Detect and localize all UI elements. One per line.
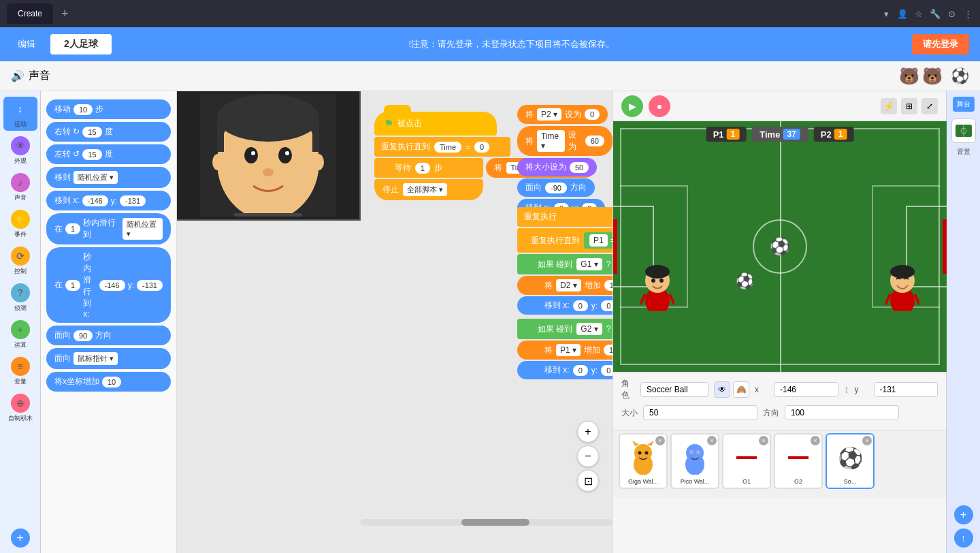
p1-cond-dropdown[interactable]: P1	[589, 234, 608, 247]
size-dir-row: 大小 方向	[621, 405, 938, 420]
zoom-in-button[interactable]: +	[577, 421, 599, 443]
sprite-g2[interactable]: × G2	[774, 433, 823, 489]
hide-button[interactable]: 🙈	[733, 381, 749, 398]
size-val: 50	[570, 162, 589, 173]
menu-icon[interactable]: ⋮	[962, 8, 973, 19]
project-name-tab[interactable]: 2人足球	[50, 34, 112, 54]
sidebar-item-sound[interactable]: ♪ 声音	[3, 170, 37, 204]
sprite-pico[interactable]: × Pico Wal...	[670, 433, 719, 489]
dir-input[interactable]	[785, 405, 899, 420]
sprite-giga[interactable]: × Giga Wal...	[619, 433, 668, 489]
x-input[interactable]	[774, 382, 838, 397]
extension-icon[interactable]: 🔧	[930, 8, 941, 19]
goto-y2-val: 0	[601, 300, 612, 311]
hat-block-1[interactable]: ⚑ 被点击	[374, 112, 497, 136]
sprite-pico-delete[interactable]: ×	[707, 436, 717, 445]
repeat-block-1[interactable]: 重复执行直到 Time = 0	[374, 137, 510, 157]
star-icon[interactable]: ☆	[913, 8, 924, 19]
face-mouse-dropdown[interactable]: 鼠标指针 ▾	[74, 352, 118, 365]
block-glide-xy[interactable]: 在 1 秒内滑行到 x: -146 y: -131	[46, 247, 171, 323]
d2-dropdown[interactable]: D2 ▾	[556, 279, 581, 291]
ops-icon: +	[11, 320, 30, 339]
sprite-g1-delete[interactable]: ×	[759, 436, 768, 445]
goto-random-dropdown[interactable]: 随机位置 ▾	[74, 171, 118, 184]
set-time-block2[interactable]: 将 Time ▾ 设为 60	[517, 126, 612, 156]
window-controls: ⚡ ⊞ ⤢	[881, 98, 938, 114]
if-g1-block[interactable]: 如果 碰到 G1 ▾ ? 7 那么	[517, 254, 612, 274]
zoom-fit-button[interactable]: ⊡	[577, 470, 599, 492]
sprite-giga-delete[interactable]: ×	[655, 436, 665, 445]
block-set-x[interactable]: 将x坐标增加 10	[46, 372, 171, 392]
inc-d2-block[interactable]: 将 D2 ▾ 增加 1	[517, 276, 612, 295]
size-input[interactable]	[643, 405, 757, 420]
zoom-out-button[interactable]: −	[577, 445, 599, 467]
show-button[interactable]: 👁	[714, 381, 730, 398]
play-button[interactable]: ▶	[621, 95, 643, 117]
g2-dropdown[interactable]: G2 ▾	[576, 323, 602, 335]
sidebar-item-sensing[interactable]: ? 侦测	[3, 281, 37, 315]
sprite-g2-delete[interactable]: ×	[811, 436, 820, 445]
variables-label: 变量	[14, 377, 27, 386]
block-face-mouse[interactable]: 面向 鼠标指针 ▾	[46, 348, 171, 369]
stop-block[interactable]: 停止 全部脚本 ▾	[374, 179, 483, 200]
sidebar-item-looks[interactable]: 👁 外观	[3, 133, 37, 168]
webcam-feed	[177, 91, 359, 219]
sidebar-item-motion[interactable]: ↕ 运动	[3, 97, 37, 131]
block-goto-random[interactable]: 移到 随机位置 ▾	[46, 167, 171, 188]
field-view-btn[interactable]	[951, 118, 976, 143]
p1-dropdown[interactable]: P1 ▾	[556, 344, 581, 356]
block-move[interactable]: 移动 10 步	[46, 99, 171, 119]
stop-dropdown[interactable]: 全部脚本 ▾	[403, 183, 447, 196]
sidebar-item-custom[interactable]: ⊕ 自制积木	[3, 391, 37, 425]
block-turn-right[interactable]: 右转 ↻ 15 度	[46, 122, 171, 142]
goto-xy-block3[interactable]: 移到 x: 0 y: 0	[517, 361, 612, 379]
login-button[interactable]: 请先登录	[912, 34, 969, 54]
browser-tab-active[interactable]: Create	[7, 3, 53, 24]
set-p2-block[interactable]: 将 P2 ▾ 设为 0	[517, 105, 608, 124]
sidebar-item-events[interactable]: ⚡ 事件	[3, 207, 37, 241]
repeat-block-main[interactable]: 重复执行	[517, 207, 612, 227]
fullscreen-icon[interactable]: ⤢	[921, 98, 938, 114]
if-g2-block[interactable]: 如果 碰到 G2 ▾ ? 7 那么	[517, 319, 612, 339]
new-tab-button[interactable]: +	[57, 7, 73, 21]
set-size-block[interactable]: 将大小设为 50	[517, 158, 597, 176]
glide-random-dropdown[interactable]: 随机位置 ▾	[122, 218, 163, 240]
user-icon[interactable]: 👤	[897, 8, 908, 19]
backdrop-label: 背景	[957, 147, 970, 157]
inc-p1-block[interactable]: 将 P1 ▾ 增加 1	[517, 341, 612, 360]
profile-icon[interactable]: ⊙	[946, 8, 957, 19]
sidebar-item-ops[interactable]: + 运算	[3, 317, 37, 351]
edit-button[interactable]: 编辑	[11, 35, 42, 53]
expand-icon[interactable]: ⊞	[901, 98, 917, 114]
svg-point-6	[278, 147, 292, 163]
sidebar-item-control[interactable]: ⟳ 控制	[3, 244, 37, 278]
set-x-val: 10	[102, 377, 121, 388]
g1-dropdown[interactable]: G1 ▾	[576, 258, 602, 270]
block-turn-left[interactable]: 左转 ↺ 15 度	[46, 144, 171, 164]
until-block[interactable]: 重复执行直到 P1 = 5 且 P2 = 5	[517, 228, 612, 253]
glide-xy-y: -131	[137, 280, 163, 291]
sprite-ball-delete[interactable]: ×	[862, 436, 872, 445]
block-face-dir[interactable]: 面向 90 方向	[46, 326, 171, 345]
sprite-name-input[interactable]	[640, 382, 708, 397]
sprite-upload-button[interactable]: ↑	[954, 528, 973, 548]
scroll-thumb[interactable]	[461, 519, 529, 526]
block-goto-xy[interactable]: 移到 x: -146 y: -131	[46, 191, 171, 210]
time-dropdown2[interactable]: Time ▾	[537, 130, 565, 152]
bottom-sidebar-icon[interactable]: +	[11, 528, 30, 548]
goto-xy-block2[interactable]: 移到 x: 0 y: 0	[517, 296, 612, 315]
block-glide-random[interactable]: 在 1 秒内滑行到 随机位置 ▾	[46, 213, 171, 244]
dropdown-icon[interactable]: ▾	[881, 8, 892, 19]
sidebar-item-variables[interactable]: ≡ 变量	[3, 354, 37, 388]
sprite-soccer-ball[interactable]: × ⚽ So...	[826, 433, 875, 489]
stop-button[interactable]: ●	[649, 95, 670, 117]
p2-label: P2	[821, 129, 832, 140]
horizontal-scrollbar[interactable]	[361, 519, 612, 526]
add-sprite-button[interactable]: +	[954, 505, 973, 524]
face-dir-block[interactable]: 面向 -90 方向	[517, 178, 595, 197]
y-input[interactable]	[874, 382, 938, 397]
turbo-icon[interactable]: ⚡	[881, 98, 897, 114]
wait-block-1[interactable]: 等待 1 步	[374, 158, 483, 178]
sprite-g1[interactable]: × G1	[722, 433, 771, 489]
p2-dropdown[interactable]: P2 ▾	[537, 108, 561, 121]
